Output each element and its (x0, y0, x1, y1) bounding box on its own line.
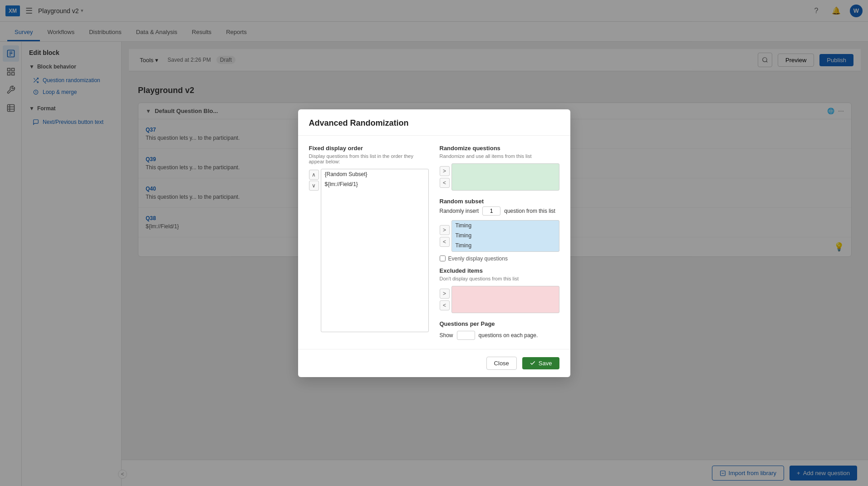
random-subset-list[interactable]: Timing Timing Timing (451, 220, 559, 252)
excluded-items-label: Excluded items (440, 267, 559, 274)
evenly-display-label: Evenly display questions (448, 255, 508, 262)
fixed-display-arrows: ∧ ∨ (309, 169, 319, 332)
random-subset-transfer-col: > < (440, 220, 450, 252)
per-page-text: questions on each page. (479, 332, 538, 339)
list-item[interactable]: Timing (452, 241, 559, 250)
fixed-display-list[interactable]: {Random Subset} ${lm://Field/1} (321, 169, 429, 332)
random-subset-label: Random subset (440, 198, 559, 205)
fixed-display-list-container: ∧ ∨ {Random Subset} ${lm://Field/1} (309, 169, 429, 332)
excluded-items-desc: Don't display questions from this list (440, 276, 559, 281)
modal-two-col: Fixed display order Display questions fr… (309, 145, 559, 340)
questions-per-page-row: Show questions on each page. (440, 331, 559, 340)
modal-header: Advanced Randomization (298, 109, 570, 136)
excluded-items-list[interactable] (451, 286, 559, 313)
randomly-insert-text: Randomly insert (440, 208, 479, 214)
randomize-questions-list[interactable] (451, 163, 559, 191)
list-item[interactable]: Timing (452, 231, 559, 241)
advanced-randomization-modal: Advanced Randomization Fixed display ord… (298, 109, 570, 377)
questions-per-page-label: Questions per Page (440, 320, 559, 327)
random-count-input[interactable] (482, 206, 500, 216)
random-subset-left-button[interactable]: < (440, 237, 450, 247)
randomize-left-button[interactable]: < (440, 178, 450, 188)
show-text: Show (440, 332, 453, 339)
excluded-items-container: > < (440, 286, 559, 313)
save-button[interactable]: Save (522, 357, 559, 369)
fixed-display-desc: Display questions from this list in the … (309, 153, 429, 164)
fixed-display-col: Fixed display order Display questions fr… (309, 145, 429, 340)
modal-body: Fixed display order Display questions fr… (298, 136, 570, 349)
excluded-right-button[interactable]: > (440, 289, 450, 299)
list-item[interactable]: {Random Subset} (321, 169, 428, 179)
excluded-left-button[interactable]: < (440, 300, 450, 310)
modal-overlay: Advanced Randomization Fixed display ord… (0, 0, 868, 486)
random-subset-container: > < Timing Timing Timing (440, 220, 559, 252)
fixed-display-label: Fixed display order (309, 145, 429, 152)
randomize-questions-desc: Randomize and use all items from this li… (440, 153, 559, 159)
modal-footer: Close Save (298, 349, 570, 377)
question-from-text: question from this list (504, 208, 555, 214)
modal-title: Advanced Randomization (309, 118, 559, 128)
list-item[interactable]: ${lm://Field/1} (321, 179, 428, 189)
per-page-input[interactable] (457, 331, 475, 340)
fixed-display-up-button[interactable]: ∧ (309, 170, 319, 180)
save-check-icon (530, 360, 536, 366)
randomize-container: > < (440, 163, 559, 191)
randomize-questions-label: Randomize questions (440, 145, 559, 152)
evenly-display-checkbox[interactable] (440, 255, 446, 261)
close-button[interactable]: Close (486, 357, 517, 370)
excluded-transfer-col: > < (440, 286, 450, 313)
evenly-display-row[interactable]: Evenly display questions (440, 255, 559, 262)
fixed-display-down-button[interactable]: ∨ (309, 181, 319, 191)
random-subset-right-button[interactable]: > (440, 225, 450, 235)
randomize-transfer-col: > < (440, 163, 450, 191)
random-subset-row: Randomly insert question from this list (440, 206, 559, 216)
list-item[interactable]: Timing (452, 221, 559, 231)
right-col: Randomize questions Randomize and use al… (440, 145, 559, 340)
randomize-right-button[interactable]: > (440, 166, 450, 176)
